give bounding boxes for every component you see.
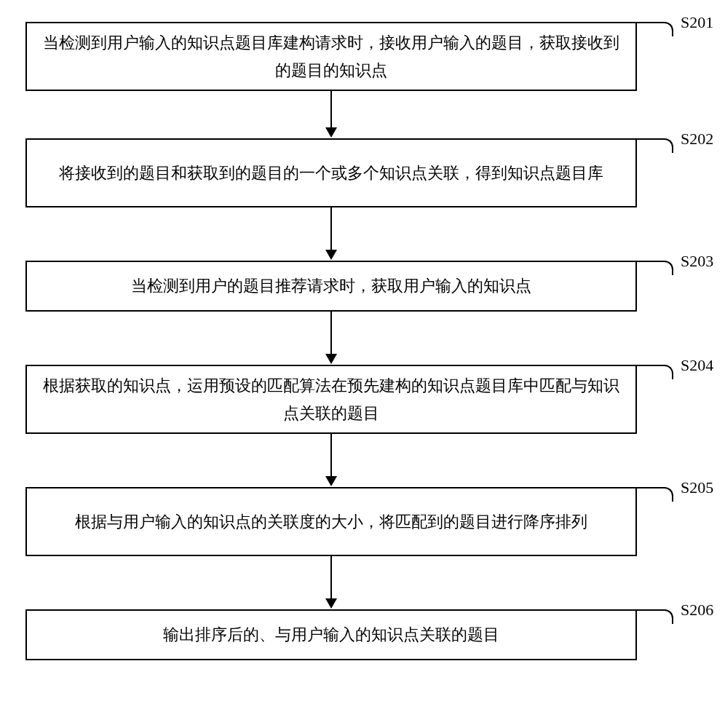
- step-box: 当检测到用户的题目推荐请求时，获取用户输入的知识点: [25, 261, 637, 312]
- arrowhead-icon: [325, 250, 337, 260]
- flow-arrow: [330, 556, 332, 598]
- arrowhead-icon: [325, 476, 337, 486]
- step-text: 当检测到用户输入的知识点题目库建构请求时，接收用户输入的题目，获取接收到的题目的…: [41, 29, 621, 84]
- flow-arrow: [330, 312, 332, 354]
- label-connector: [637, 487, 673, 502]
- step-label: S203: [681, 252, 713, 271]
- step-label: S204: [681, 356, 713, 375]
- step-label: S202: [681, 130, 713, 149]
- flow-arrow: [330, 434, 332, 476]
- arrowhead-icon: [325, 598, 337, 609]
- flow-arrow: [330, 91, 332, 127]
- step-box: 输出排序后的、与用户输入的知识点关联的题目: [25, 609, 637, 660]
- arrowhead-icon: [325, 127, 337, 138]
- arrowhead-icon: [325, 354, 337, 364]
- step-text: 当检测到用户的题目推荐请求时，获取用户输入的知识点: [131, 272, 531, 299]
- step-box: 当检测到用户输入的知识点题目库建构请求时，接收用户输入的题目，获取接收到的题目的…: [25, 22, 637, 91]
- step-text: 将接收到的题目和获取到的题目的一个或多个知识点关联，得到知识点题目库: [59, 159, 603, 186]
- step-label: S206: [681, 601, 713, 620]
- step-text: 输出排序后的、与用户输入的知识点关联的题目: [163, 621, 499, 648]
- flow-arrow: [330, 207, 332, 250]
- label-connector: [637, 22, 673, 36]
- step-label: S205: [681, 478, 713, 497]
- step-text: 根据获取的知识点，运用预设的匹配算法在预先建构的知识点题目库中匹配与知识点关联的…: [41, 372, 621, 427]
- step-label: S201: [681, 13, 713, 32]
- step-box: 将接收到的题目和获取到的题目的一个或多个知识点关联，得到知识点题目库: [25, 138, 637, 207]
- label-connector: [637, 365, 673, 379]
- step-box: 根据获取的知识点，运用预设的匹配算法在预先建构的知识点题目库中匹配与知识点关联的…: [25, 365, 637, 434]
- step-text: 根据与用户输入的知识点的关联度的大小，将匹配到的题目进行降序排列: [75, 508, 587, 535]
- flowchart-container: 当检测到用户输入的知识点题目库建构请求时，接收用户输入的题目，获取接收到的题目的…: [0, 0, 725, 728]
- label-connector: [637, 138, 673, 153]
- label-connector: [637, 261, 673, 275]
- step-box: 根据与用户输入的知识点的关联度的大小，将匹配到的题目进行降序排列: [25, 487, 637, 556]
- label-connector: [637, 609, 673, 624]
